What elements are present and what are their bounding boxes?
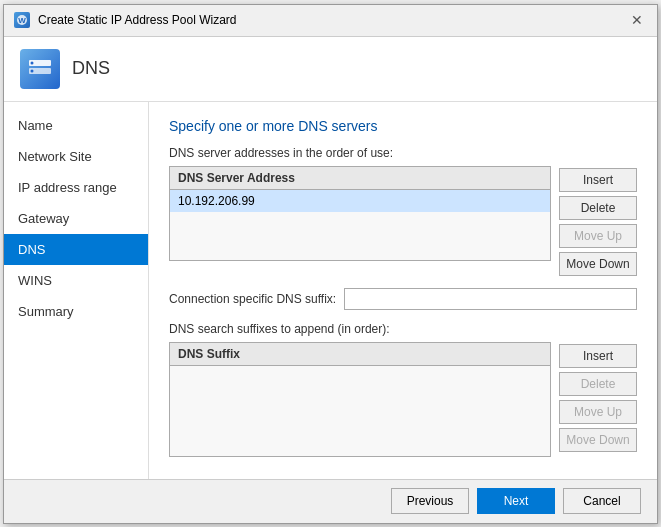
dns-move-down-button[interactable]: Move Down — [559, 252, 637, 276]
suffix-delete-button[interactable]: Delete — [559, 372, 637, 396]
page-title: DNS — [72, 58, 110, 79]
connection-dns-suffix-label: Connection specific DNS suffix: — [169, 292, 336, 306]
dns-server-buttons: Insert Delete Move Up Move Down — [559, 166, 637, 276]
svg-text:W: W — [18, 16, 26, 25]
table-row[interactable]: 10.192.206.99 — [170, 190, 550, 212]
suffix-table-header: DNS Suffix — [170, 343, 550, 366]
dns-suffix-section: DNS Suffix Insert Delete Move Up Move Do… — [169, 342, 637, 461]
content-area: Name Network Site IP address range Gatew… — [4, 102, 657, 479]
dns-table-header: DNS Server Address — [170, 167, 550, 190]
sidebar-item-gateway[interactable]: Gateway — [4, 203, 148, 234]
suffix-insert-button[interactable]: Insert — [559, 344, 637, 368]
dns-suffix-table-wrapper: DNS Suffix — [169, 342, 551, 461]
sidebar: Name Network Site IP address range Gatew… — [4, 102, 149, 479]
sidebar-item-summary[interactable]: Summary — [4, 296, 148, 327]
cancel-button[interactable]: Cancel — [563, 488, 641, 514]
sidebar-item-ip-range[interactable]: IP address range — [4, 172, 148, 203]
dns-suffix-table: DNS Suffix — [169, 342, 551, 457]
dns-server-table: DNS Server Address 10.192.206.99 — [169, 166, 551, 261]
section-title: Specify one or more DNS servers — [169, 118, 637, 134]
sidebar-item-wins[interactable]: WINS — [4, 265, 148, 296]
previous-button[interactable]: Previous — [391, 488, 469, 514]
dns-move-up-button[interactable]: Move Up — [559, 224, 637, 248]
dns-server-label: DNS server addresses in the order of use… — [169, 146, 637, 160]
dns-server-section: DNS Server Address 10.192.206.99 Insert … — [169, 166, 637, 276]
footer: Previous Next Cancel — [4, 479, 657, 523]
dns-insert-button[interactable]: Insert — [559, 168, 637, 192]
sidebar-item-name[interactable]: Name — [4, 110, 148, 141]
suffix-move-up-button[interactable]: Move Up — [559, 400, 637, 424]
dns-server-table-wrapper: DNS Server Address 10.192.206.99 — [169, 166, 551, 276]
suffix-table-body[interactable] — [170, 366, 550, 456]
dns-search-label: DNS search suffixes to append (in order)… — [169, 322, 637, 336]
svg-point-4 — [31, 61, 34, 64]
sidebar-item-network-site[interactable]: Network Site — [4, 141, 148, 172]
wizard-header: DNS — [4, 37, 657, 102]
suffix-move-down-button[interactable]: Move Down — [559, 428, 637, 452]
main-content: Specify one or more DNS servers DNS serv… — [149, 102, 657, 479]
title-bar-left: W Create Static IP Address Pool Wizard — [14, 12, 237, 28]
dns-header-icon — [20, 49, 60, 89]
dns-suffix-row: Connection specific DNS suffix: — [169, 288, 637, 310]
next-button[interactable]: Next — [477, 488, 555, 514]
close-button[interactable]: ✕ — [627, 10, 647, 30]
title-bar: W Create Static IP Address Pool Wizard ✕ — [4, 5, 657, 37]
svg-point-5 — [31, 69, 34, 72]
dns-delete-button[interactable]: Delete — [559, 196, 637, 220]
sidebar-item-dns[interactable]: DNS — [4, 234, 148, 265]
dns-table-body[interactable]: 10.192.206.99 — [170, 190, 550, 260]
window-icon: W — [14, 12, 30, 28]
dns-suffix-buttons: Insert Delete Move Up Move Down — [559, 342, 637, 461]
wizard-window: W Create Static IP Address Pool Wizard ✕… — [3, 4, 658, 524]
window-title: Create Static IP Address Pool Wizard — [38, 13, 237, 27]
connection-dns-suffix-input[interactable] — [344, 288, 637, 310]
